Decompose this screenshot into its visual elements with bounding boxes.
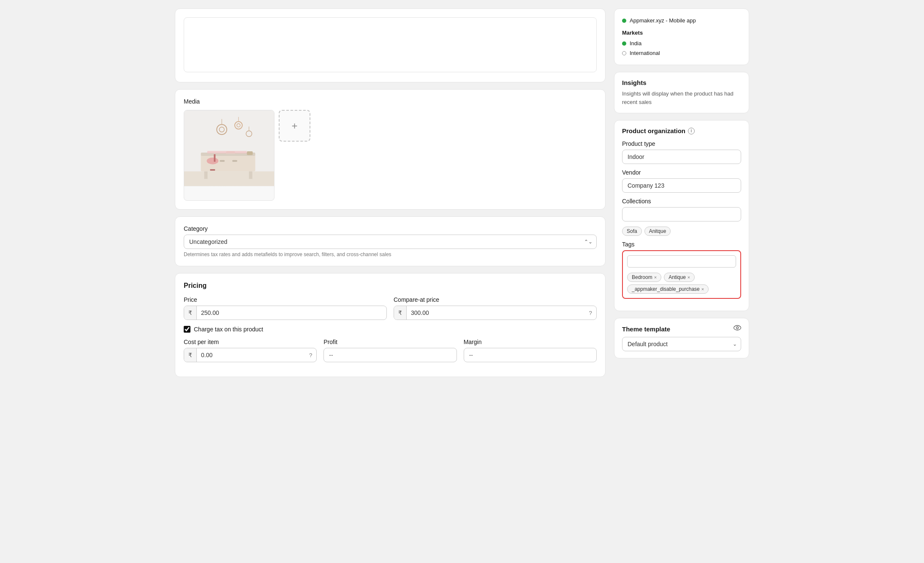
appmaker-tag-label: _appmaker_disable_purchase bbox=[632, 286, 700, 292]
compare-currency-symbol: ₹ bbox=[394, 306, 407, 320]
theme-header: Theme template bbox=[622, 325, 741, 333]
cost-input-wrapper: ₹ ? bbox=[184, 348, 317, 362]
media-image-wrapper bbox=[184, 110, 274, 201]
svg-rect-21 bbox=[207, 151, 247, 153]
channel-active-dot bbox=[622, 19, 626, 23]
market-india: India bbox=[622, 38, 741, 48]
price-row: Price ₹ Compare-at price ₹ ? bbox=[184, 296, 597, 320]
tax-checkbox-row: Charge tax on this product bbox=[184, 326, 597, 333]
bedroom-tag-label: Bedroom bbox=[632, 274, 652, 280]
tags-label: Tags bbox=[622, 241, 741, 248]
margin-input[interactable] bbox=[464, 348, 597, 362]
tag-antique: Antique × bbox=[664, 273, 695, 282]
price-input[interactable] bbox=[197, 306, 386, 320]
collections-pills: Sofa Anitque bbox=[622, 227, 741, 236]
svg-rect-4 bbox=[204, 171, 208, 179]
collection-tag-antique: Anitque bbox=[644, 227, 671, 236]
pricing-card: Pricing Price ₹ Compare-at price ₹ bbox=[175, 273, 606, 377]
tags-input[interactable] bbox=[627, 255, 736, 268]
svg-rect-6 bbox=[220, 160, 225, 162]
channels-card: Appmaker.xyz - Mobile app Markets India … bbox=[614, 8, 749, 65]
collection-tag-sofa: Sofa bbox=[622, 227, 642, 236]
svg-rect-9 bbox=[214, 154, 215, 162]
remove-bedroom-tag[interactable]: × bbox=[654, 275, 657, 280]
price-label: Price bbox=[184, 296, 387, 303]
product-organization-card: Product organization i Product type Vend… bbox=[614, 120, 749, 311]
cost-profit-margin-row: Cost per item ₹ ? Profit Margin bbox=[184, 339, 597, 362]
description-card bbox=[175, 8, 606, 82]
margin-field: Margin bbox=[464, 339, 597, 362]
tax-label: Charge tax on this product bbox=[194, 326, 263, 333]
price-field: Price ₹ bbox=[184, 296, 387, 320]
media-grid: + bbox=[184, 110, 597, 201]
tax-checkbox[interactable] bbox=[184, 326, 190, 333]
insights-card: Insights Insights will display when the … bbox=[614, 72, 749, 113]
profit-label: Profit bbox=[323, 339, 457, 345]
profit-field: Profit bbox=[323, 339, 457, 362]
cost-input[interactable] bbox=[197, 348, 305, 362]
svg-rect-10 bbox=[210, 169, 215, 171]
theme-template-card: Theme template Default product ⌄ bbox=[614, 318, 749, 358]
collections-label: Collections bbox=[622, 198, 741, 205]
compare-price-input-wrapper: ₹ ? bbox=[394, 306, 597, 320]
remove-antique-tag[interactable]: × bbox=[688, 275, 690, 280]
add-media-button[interactable]: + bbox=[279, 110, 310, 142]
cost-help-icon[interactable]: ? bbox=[305, 349, 316, 362]
profit-input[interactable] bbox=[323, 348, 457, 362]
price-currency-symbol: ₹ bbox=[184, 306, 197, 320]
tags-pills: Bedroom × Antique × _appmaker_disable_pu… bbox=[627, 273, 736, 294]
india-label: India bbox=[630, 40, 641, 46]
media-label: Media bbox=[184, 98, 597, 105]
compare-price-field: Compare-at price ₹ ? bbox=[394, 296, 597, 320]
category-hint: Determines tax rates and adds metafields… bbox=[184, 251, 597, 257]
eye-icon[interactable] bbox=[734, 325, 741, 333]
svg-point-8 bbox=[207, 158, 218, 164]
product-type-field: Product type bbox=[622, 140, 741, 164]
description-textarea[interactable] bbox=[184, 17, 597, 72]
main-column: Media bbox=[175, 8, 606, 377]
markets-label: Markets bbox=[622, 30, 741, 36]
product-image-svg bbox=[184, 110, 274, 186]
svg-point-22 bbox=[736, 327, 739, 329]
vendor-input[interactable] bbox=[622, 178, 741, 193]
tags-section: Bedroom × Antique × _appmaker_disable_pu… bbox=[622, 250, 741, 299]
svg-rect-5 bbox=[249, 171, 253, 179]
cost-label: Cost per item bbox=[184, 339, 317, 345]
pricing-title: Pricing bbox=[184, 282, 597, 290]
category-label: Category bbox=[184, 225, 597, 232]
category-select[interactable]: Uncategorized bbox=[184, 235, 597, 249]
remove-appmaker-tag[interactable]: × bbox=[701, 287, 704, 292]
tag-appmaker: _appmaker_disable_purchase × bbox=[627, 284, 709, 294]
media-card: Media bbox=[175, 89, 606, 210]
antique-pill-label: Antique bbox=[669, 274, 686, 280]
channel-item: Appmaker.xyz - Mobile app bbox=[622, 16, 741, 25]
cost-field: Cost per item ₹ ? bbox=[184, 339, 317, 362]
tag-bedroom: Bedroom × bbox=[627, 273, 661, 282]
collections-field: Collections Sofa Anitque bbox=[622, 198, 741, 236]
tags-field: Tags Bedroom × Antique × _appmaker bbox=[622, 241, 741, 299]
compare-price-label: Compare-at price bbox=[394, 296, 597, 303]
vendor-label: Vendor bbox=[622, 169, 741, 176]
theme-select[interactable]: Default product bbox=[622, 337, 741, 351]
international-dot bbox=[622, 51, 626, 55]
info-icon[interactable]: i bbox=[688, 128, 695, 134]
cost-currency-symbol: ₹ bbox=[184, 348, 197, 362]
collections-input[interactable] bbox=[622, 207, 741, 221]
product-type-label: Product type bbox=[622, 140, 741, 147]
margin-label: Margin bbox=[464, 339, 597, 345]
theme-select-wrapper: Default product ⌄ bbox=[622, 337, 741, 351]
price-input-wrapper: ₹ bbox=[184, 306, 387, 320]
international-label: International bbox=[630, 50, 660, 56]
side-column: Appmaker.xyz - Mobile app Markets India … bbox=[614, 8, 749, 377]
svg-rect-7 bbox=[232, 160, 237, 162]
market-international: International bbox=[622, 48, 741, 58]
svg-rect-1 bbox=[184, 171, 274, 186]
org-title-text: Product organization bbox=[622, 127, 685, 134]
media-image bbox=[184, 110, 274, 186]
insights-description: Insights will display when the product h… bbox=[622, 90, 741, 106]
svg-rect-20 bbox=[247, 151, 253, 155]
compare-price-help-icon[interactable]: ? bbox=[585, 306, 596, 320]
product-type-input[interactable] bbox=[622, 150, 741, 164]
compare-price-input[interactable] bbox=[407, 306, 585, 320]
category-select-wrapper: Uncategorized ⌃⌄ bbox=[184, 235, 597, 249]
